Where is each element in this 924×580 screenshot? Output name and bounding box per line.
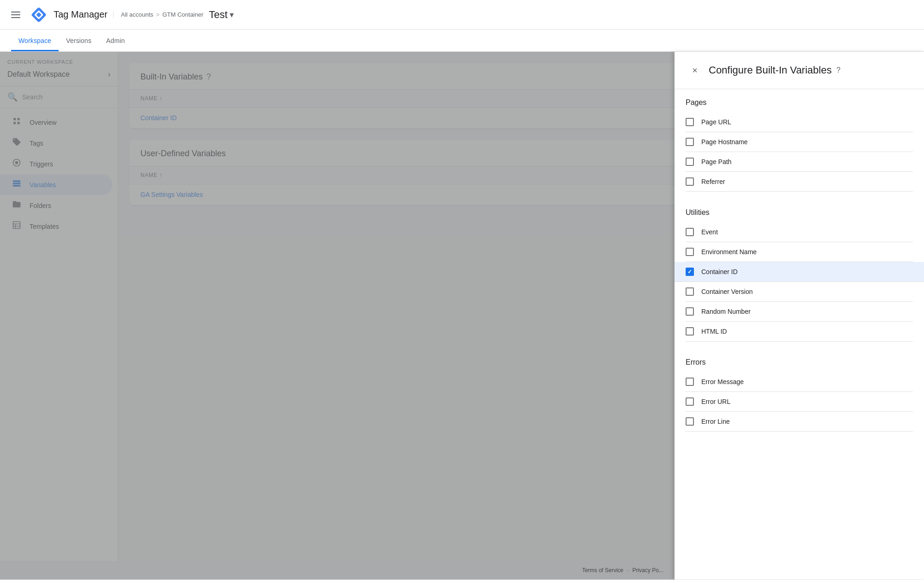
variable-item-error-line[interactable]: Error Line [686, 412, 913, 432]
random-number-label: Random Number [701, 308, 751, 315]
checkbox-referrer[interactable] [686, 177, 694, 186]
panel-title: × Configure Built-In Variables ? [686, 61, 840, 79]
nav-tabs: Workspace Versions Admin [0, 30, 924, 52]
panel-help-icon[interactable]: ? [836, 66, 840, 74]
variable-item-page-url[interactable]: Page URL [686, 112, 913, 132]
top-bar-left: Tag Manager All accounts > GTM Container… [7, 6, 917, 24]
page-hostname-label: Page Hostname [701, 138, 748, 146]
variable-item-error-url[interactable]: Error URL [686, 392, 913, 412]
page-url-label: Page URL [701, 118, 731, 126]
checkbox-html-id[interactable] [686, 327, 694, 336]
checkbox-environment-name[interactable] [686, 248, 694, 256]
tab-admin[interactable]: Admin [99, 31, 132, 51]
referrer-label: Referrer [701, 178, 725, 185]
variable-item-html-id[interactable]: HTML ID [686, 322, 913, 342]
container-id-var-label: Container ID [701, 268, 738, 275]
variable-item-page-hostname[interactable]: Page Hostname [686, 132, 913, 152]
variable-item-container-version[interactable]: Container Version [686, 282, 913, 302]
checkbox-container-version[interactable] [686, 287, 694, 296]
all-accounts-link[interactable]: All accounts [121, 11, 153, 18]
error-url-label: Error URL [701, 398, 730, 405]
tab-workspace[interactable]: Workspace [11, 31, 59, 51]
variable-item-referrer[interactable]: Referrer [686, 172, 913, 192]
workspace-name: Test [209, 9, 227, 21]
panel-header: × Configure Built-In Variables ? [675, 52, 924, 89]
pages-section-title: Pages [686, 98, 913, 107]
panel-body: Pages Page URL Page Hostname Page Path R… [675, 89, 924, 580]
layout: CURRENT WORKSPACE Default Workspace › 🔍 … [0, 52, 924, 580]
pages-section: Pages Page URL Page Hostname Page Path R… [675, 89, 924, 192]
gtm-logo [30, 6, 48, 24]
variable-item-event[interactable]: Event [686, 222, 913, 242]
variable-item-error-message[interactable]: Error Message [686, 372, 913, 392]
checkbox-container-id[interactable] [686, 268, 694, 276]
breadcrumb: All accounts > GTM Container [113, 11, 204, 18]
menu-icon[interactable] [7, 8, 24, 22]
utilities-section-title: Utilities [686, 208, 913, 217]
checkbox-event[interactable] [686, 228, 694, 236]
breadcrumb-sep: > [156, 11, 160, 18]
checkbox-error-message[interactable] [686, 378, 694, 386]
configure-variables-panel: × Configure Built-In Variables ? Pages P… [675, 52, 924, 580]
container-version-label: Container Version [701, 288, 753, 295]
checkbox-page-path[interactable] [686, 158, 694, 166]
checkbox-page-hostname[interactable] [686, 138, 694, 146]
errors-section: Errors Error Message Error URL Error Lin… [675, 349, 924, 432]
variable-item-page-path[interactable]: Page Path [686, 152, 913, 172]
checkbox-error-url[interactable] [686, 397, 694, 406]
app-name: Tag Manager [54, 9, 108, 20]
environment-name-label: Environment Name [701, 248, 757, 256]
variable-item-environment-name[interactable]: Environment Name [686, 242, 913, 262]
checkbox-error-line[interactable] [686, 417, 694, 426]
variable-item-random-number[interactable]: Random Number [686, 302, 913, 322]
checkbox-random-number[interactable] [686, 307, 694, 316]
errors-section-title: Errors [686, 358, 913, 366]
top-bar: Tag Manager All accounts > GTM Container… [0, 0, 924, 30]
error-message-label: Error Message [701, 378, 744, 385]
tab-versions[interactable]: Versions [59, 31, 99, 51]
workspace-dropdown-arrow: ▾ [230, 10, 234, 20]
workspace-title[interactable]: Test ▾ [209, 9, 233, 21]
checkbox-page-url[interactable] [686, 118, 694, 126]
close-button[interactable]: × [686, 61, 704, 79]
event-label: Event [701, 228, 718, 236]
html-id-label: HTML ID [701, 328, 727, 335]
utilities-section: Utilities Event Environment Name Contain… [675, 199, 924, 342]
page-path-label: Page Path [701, 158, 731, 165]
error-line-label: Error Line [701, 418, 729, 425]
container-name: GTM Container [162, 11, 203, 18]
variable-item-container-id[interactable]: Container ID [675, 262, 924, 282]
